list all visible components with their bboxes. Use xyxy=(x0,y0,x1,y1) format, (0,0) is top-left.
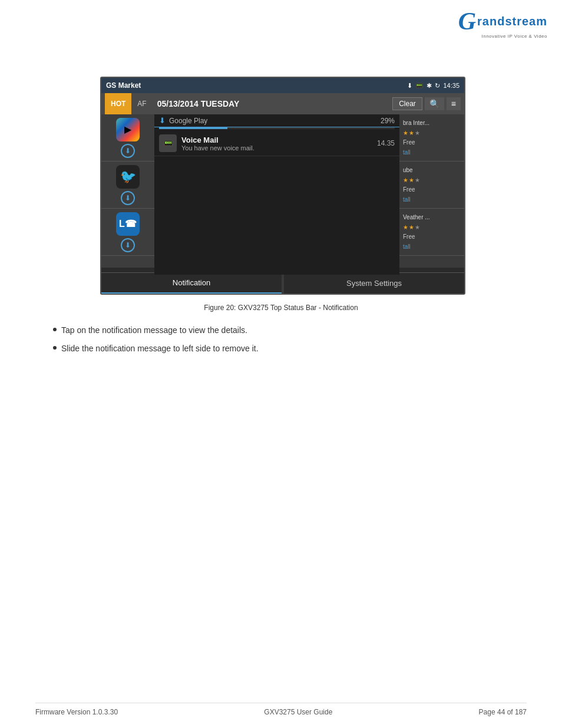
page-footer: Firmware Version 1.0.3.30 GXV3275 User G… xyxy=(35,703,527,716)
footer-guide: GXV3275 User Guide xyxy=(264,708,332,716)
menu-button[interactable]: ≡ xyxy=(447,97,461,110)
grandstream-logo: G randstream Innovative IP Voice & Video xyxy=(458,9,547,39)
star-6: ★ xyxy=(415,177,420,183)
right-app-stars-1: ★ ★ ★ xyxy=(403,130,461,136)
star-1: ★ xyxy=(403,130,408,136)
tab-system-settings[interactable]: System Settings xyxy=(284,273,464,294)
app-row-2[interactable]: 🐦 ⬇ xyxy=(101,162,154,209)
search-icon: 🔍 xyxy=(429,99,439,108)
right-app-install-1[interactable]: tall xyxy=(403,149,461,156)
star-5: ★ xyxy=(409,177,414,183)
clear-button[interactable]: Clear xyxy=(392,97,422,110)
notification-empty-area xyxy=(154,156,399,227)
voicemail-notification[interactable]: 📟 Voice Mail You have new voice mail. 14… xyxy=(154,131,399,156)
right-app-stars-3: ★ ★ ★ xyxy=(403,224,461,230)
right-sidebar: bra Inter... ★ ★ ★ Free tall ube ★ ★ ★ F… xyxy=(399,114,464,275)
bottom-tabs: Notification System Settings xyxy=(101,272,464,294)
right-app-price-1: Free xyxy=(403,139,461,146)
figure-caption: Figure 20: GXV3275 Top Status Bar - Noti… xyxy=(0,304,562,312)
lync-icon: L☎ xyxy=(116,212,140,236)
bluetooth-icon: ✱ xyxy=(427,82,432,90)
star-9: ★ xyxy=(415,224,420,230)
app-row-1[interactable]: ▶ ⬇ xyxy=(101,114,154,162)
right-app-name-1: bra Inter... xyxy=(403,120,461,126)
notification-panel: ⬇ Google Play 29% 📟 Voice Mail You have … xyxy=(154,114,399,275)
voicemail-icon: 📟 xyxy=(159,134,177,152)
angrybird-icon: 🐦 xyxy=(116,165,140,189)
download-btn-2[interactable]: ⬇ xyxy=(121,191,135,205)
google-play-progress-bar xyxy=(159,127,395,129)
right-app-row-3[interactable]: Veather ... ★ ★ ★ Free tall xyxy=(399,209,464,256)
status-bar-icons: ⬇ 📟 ✱ ↻ 14:35 xyxy=(407,82,459,90)
logo-tagline: Innovative IP Voice & Video xyxy=(482,34,548,39)
download-btn-3[interactable]: ⬇ xyxy=(121,238,135,252)
search-button[interactable]: 🔍 xyxy=(425,97,444,110)
bullet-item-1: Tap on the notification message to view … xyxy=(53,324,509,337)
star-3: ★ xyxy=(415,130,420,136)
logo-g-letter: G xyxy=(458,9,476,34)
hot-tab[interactable]: HOT xyxy=(105,93,131,114)
right-app-price-3: Free xyxy=(403,233,461,240)
hamburger-icon: ≡ xyxy=(451,99,456,108)
voicemail-time: 14.35 xyxy=(377,139,395,147)
bullet-item-2: Slide the notification message to left s… xyxy=(53,342,509,355)
device-screenshot: GS Market ⬇ 📟 ✱ ↻ 14:35 HOT AF 05/13/201… xyxy=(100,77,465,295)
voicemail-title: Voice Mail xyxy=(181,136,372,144)
bullet-dot-1 xyxy=(53,328,57,331)
status-bar: GS Market ⬇ 📟 ✱ ↻ 14:35 xyxy=(101,78,464,93)
logo-brand-text: randstream xyxy=(477,15,547,28)
star-7: ★ xyxy=(403,224,408,230)
tab-notification[interactable]: Notification xyxy=(101,273,282,294)
right-app-name-2: ube xyxy=(403,167,461,173)
voicemail-subtitle: You have new voice mail. xyxy=(181,144,372,151)
app-row-3[interactable]: L☎ ⬇ xyxy=(101,209,154,256)
star-2: ★ xyxy=(409,130,414,136)
right-app-price-2: Free xyxy=(403,186,461,193)
star-4: ★ xyxy=(403,177,408,183)
right-app-install-3[interactable]: tall xyxy=(403,243,461,250)
google-play-name: Google Play xyxy=(169,117,377,125)
right-app-stars-2: ★ ★ ★ xyxy=(403,177,461,183)
voicemail-status-icon: 📟 xyxy=(415,82,424,90)
current-date: 05/13/2014 TUESDAY xyxy=(153,99,392,108)
status-bar-app-title: GS Market xyxy=(106,81,141,90)
bullet-list: Tap on the notification message to view … xyxy=(53,324,509,361)
nav-bar: HOT AF 05/13/2014 TUESDAY Clear 🔍 ≡ xyxy=(101,93,464,114)
star-8: ★ xyxy=(409,224,414,230)
right-app-row-2[interactable]: ube ★ ★ ★ Free tall xyxy=(399,162,464,209)
google-play-download-icon: ⬇ xyxy=(159,116,166,125)
download-btn-1[interactable]: ⬇ xyxy=(121,144,135,158)
clock-display: 14:35 xyxy=(443,82,459,89)
bullet-text-1: Tap on the notification message to view … xyxy=(61,324,247,337)
google-play-progress-fill xyxy=(159,127,227,129)
bullet-dot-2 xyxy=(53,346,57,350)
playstore-icon: ▶ xyxy=(116,118,140,141)
right-app-name-3: Veather ... xyxy=(403,214,461,220)
footer-page: Page 44 of 187 xyxy=(479,708,527,716)
left-sidebar: ▶ ⬇ 🐦 ⬇ L☎ ⬇ xyxy=(101,114,154,275)
download-icon: ⬇ xyxy=(407,82,412,90)
voicemail-content: Voice Mail You have new voice mail. xyxy=(181,136,372,151)
bullet-text-2: Slide the notification message to left s… xyxy=(61,342,259,355)
right-app-row-1[interactable]: bra Inter... ★ ★ ★ Free tall xyxy=(399,114,464,162)
right-app-install-2[interactable]: tall xyxy=(403,196,461,203)
google-play-progress: 29% xyxy=(381,117,395,125)
af-tab[interactable]: AF xyxy=(131,93,152,114)
google-play-notification[interactable]: ⬇ Google Play 29% xyxy=(154,114,399,127)
sync-icon: ↻ xyxy=(435,82,440,90)
footer-firmware: Firmware Version 1.0.3.30 xyxy=(35,708,118,716)
